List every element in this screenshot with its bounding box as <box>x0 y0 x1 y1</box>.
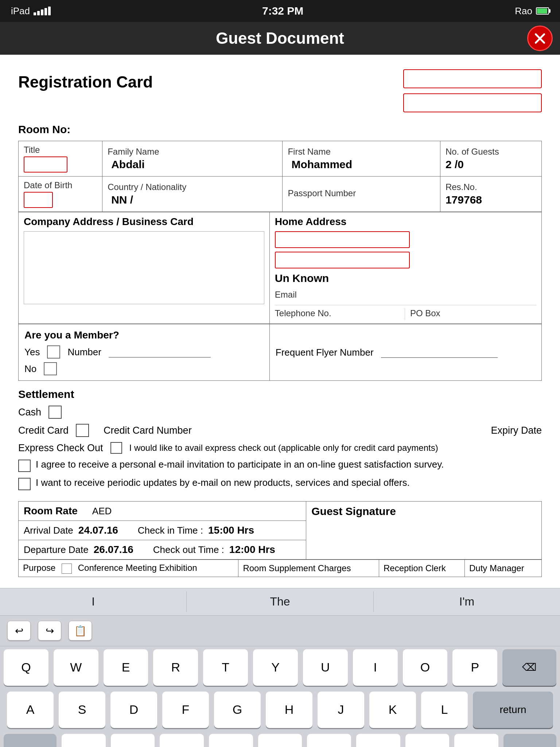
signal-bars <box>34 7 51 15</box>
backspace-key[interactable]: ⌫ <box>502 649 556 686</box>
key-exclaim-comma[interactable]: ! , <box>405 734 450 747</box>
rate-left-header: Room Rate AED <box>19 502 306 521</box>
guest-signature-label: Guest Signature <box>311 505 396 517</box>
name-row: Title Family Name Abdali First Name Moha… <box>19 141 542 177</box>
reception-clerk-label: Reception Clerk <box>384 563 446 573</box>
company-textarea[interactable] <box>24 231 264 304</box>
arrival-cell: Arrival Date 24.07.16 Check in Time : 15… <box>19 521 306 540</box>
backspace-icon: ⌫ <box>522 661 537 673</box>
key-k[interactable]: K <box>369 692 416 728</box>
key-r[interactable]: R <box>153 649 198 686</box>
updates-checkbox[interactable] <box>18 478 31 490</box>
express-checkout-checkbox[interactable] <box>110 442 122 454</box>
autocomplete-the[interactable]: The <box>187 591 373 612</box>
key-row-3: ⇧ Z X C V B N M ! , ? . ⇧ <box>0 731 560 747</box>
key-e[interactable]: E <box>104 649 148 686</box>
survey-checkbox[interactable] <box>18 460 31 472</box>
home-input-2[interactable] <box>275 252 410 268</box>
home-input-1[interactable] <box>275 231 410 248</box>
toolbar-row: ↩ ↪ 📋 <box>0 616 560 646</box>
key-y[interactable]: Y <box>253 649 298 686</box>
autocomplete-i[interactable]: I <box>0 591 187 612</box>
credit-card-checkbox[interactable] <box>76 424 89 437</box>
return-key[interactable]: return <box>473 692 553 728</box>
yes-checkbox[interactable] <box>47 345 60 359</box>
departure-value: 26.07.16 <box>94 544 133 556</box>
telephone-label: Telephone No. <box>275 308 401 318</box>
guests-label: No. of Guests <box>446 147 536 157</box>
header: Guest Document <box>0 22 560 55</box>
updates-text: I want to receive periodic updates by e-… <box>36 477 410 488</box>
key-q[interactable]: Q <box>4 649 48 686</box>
member-label: Are you a Member? <box>24 329 264 341</box>
dob-input[interactable] <box>24 192 53 208</box>
room-no-label: Room No: <box>18 123 542 136</box>
autocomplete-im[interactable]: I'm <box>374 591 560 612</box>
shift-left-key[interactable]: ⇧ <box>4 734 57 747</box>
cash-checkbox[interactable] <box>48 406 62 419</box>
no-checkbox[interactable] <box>44 362 57 375</box>
key-i[interactable]: I <box>353 649 398 686</box>
key-d[interactable]: D <box>110 692 157 728</box>
key-b[interactable]: B <box>258 734 302 747</box>
key-x[interactable]: X <box>111 734 155 747</box>
key-s[interactable]: S <box>59 692 105 728</box>
duty-manager-cell: Duty Manager <box>464 560 541 577</box>
credit-card-number-label: Credit Card Number <box>104 425 192 436</box>
key-o[interactable]: O <box>403 649 448 686</box>
company-cell: Company Address / Business Card <box>19 212 270 324</box>
key-u[interactable]: U <box>303 649 348 686</box>
guests-value: 2 /0 <box>446 158 464 170</box>
bottom-row-table: Purpose Conference Meeting Exhibition Ro… <box>18 560 542 577</box>
top-field-2[interactable] <box>403 93 542 112</box>
yes-label: Yes <box>24 347 40 358</box>
checkin-label: Check in Time : <box>138 525 203 536</box>
address-row: Company Address / Business Card Home Add… <box>19 212 542 324</box>
address-table: Company Address / Business Card Home Add… <box>18 212 542 324</box>
ff-field[interactable] <box>381 347 498 358</box>
currency-label: AED <box>92 506 112 517</box>
key-j[interactable]: J <box>318 692 364 728</box>
status-bar: iPad 7:32 PM Rao <box>0 0 560 22</box>
key-c[interactable]: C <box>160 734 204 747</box>
key-t[interactable]: T <box>203 649 248 686</box>
settlement-section: Settlement Cash Credit Card Credit Card … <box>18 381 542 501</box>
purpose-checkbox[interactable] <box>62 564 72 574</box>
page-title: Guest Document <box>216 29 344 47</box>
key-g[interactable]: G <box>214 692 261 728</box>
family-name-cell: Family Name Abdali <box>102 141 283 177</box>
key-p[interactable]: P <box>452 649 497 686</box>
close-button[interactable] <box>527 26 553 51</box>
keyboard-area: I The I'm ↩ ↪ 📋 Q W E R T Y U I O P ⌫ <box>0 588 560 747</box>
shift-right-key[interactable]: ⇧ <box>503 734 556 747</box>
no-label: No <box>24 363 36 375</box>
paste-button[interactable]: 📋 <box>69 621 92 640</box>
document-area: Registration Card Room No: Title Family … <box>0 55 560 588</box>
key-f[interactable]: F <box>162 692 209 728</box>
key-m[interactable]: M <box>356 734 400 747</box>
cash-label: Cash <box>18 407 41 418</box>
nationality-value: NN / <box>111 194 133 206</box>
title-label: Title <box>24 145 97 155</box>
key-v[interactable]: V <box>209 734 253 747</box>
home-label: Home Address <box>275 216 536 228</box>
key-l[interactable]: L <box>421 692 468 728</box>
expiry-date-label: Expiry Date <box>491 425 542 436</box>
dob-cell: Date of Birth <box>19 177 102 212</box>
number-field[interactable] <box>109 347 211 357</box>
membership-table: Are you a Member? Yes Number No Frequent… <box>18 324 542 381</box>
guest-signature-cell: Guest Signature <box>306 502 542 560</box>
key-h[interactable]: H <box>266 692 312 728</box>
key-n[interactable]: N <box>307 734 351 747</box>
dob-label: Date of Birth <box>24 180 97 190</box>
top-field-1[interactable] <box>403 69 542 88</box>
departure-label: Departure Date <box>24 544 89 556</box>
key-question-period[interactable]: ? . <box>454 734 498 747</box>
undo-button[interactable]: ↩ <box>7 621 31 640</box>
key-a[interactable]: A <box>7 692 54 728</box>
key-w[interactable]: W <box>54 649 98 686</box>
title-input[interactable] <box>24 156 67 173</box>
key-z[interactable]: Z <box>62 734 106 747</box>
key-row-1: Q W E R T Y U I O P ⌫ <box>0 646 560 689</box>
redo-button[interactable]: ↪ <box>38 621 61 640</box>
